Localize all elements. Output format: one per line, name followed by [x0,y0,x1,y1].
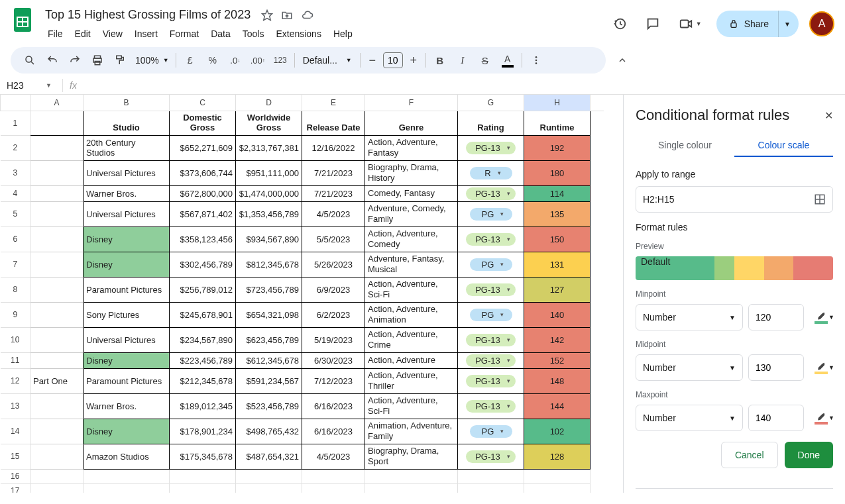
header-cell[interactable]: Rating [458,111,524,135]
cell[interactable]: 4/5/2023 [302,201,365,227]
cell[interactable] [30,160,84,185]
cell[interactable]: $358,123,456 [170,227,236,252]
share-dropdown[interactable]: ▼ [778,11,799,37]
cell[interactable]: $523,456,789 [236,393,302,419]
cell[interactable]: 6/2/2023 [302,302,365,327]
rating-chip[interactable]: PG [470,425,512,438]
share-button[interactable]: Share ▼ [716,11,799,37]
rating-chip[interactable]: PG-13 [466,450,516,463]
cell[interactable] [30,252,84,277]
toolbar-collapse-icon[interactable] [612,50,632,70]
cell[interactable]: 6/16/2023 [302,393,365,419]
font-size-decrease[interactable]: − [365,52,380,68]
rating-chip[interactable]: PG-13 [466,187,516,200]
cell[interactable]: PG-13 [458,227,524,252]
more-formats-icon[interactable]: 123 [270,50,290,70]
meet-icon[interactable]: ▼ [675,13,706,35]
cell[interactable] [524,483,591,493]
cell[interactable] [170,469,236,483]
cell[interactable]: 7/21/2023 [302,185,365,201]
minpoint-type-select[interactable]: Number▼ [636,304,743,330]
cell[interactable] [458,483,524,493]
row-header-6[interactable]: 6 [1,227,30,252]
row-header-7[interactable]: 7 [1,252,30,277]
row-header-14[interactable]: 14 [1,419,30,444]
cell[interactable]: R [458,160,524,185]
cell[interactable] [30,393,84,419]
font-size-increase[interactable]: + [406,52,422,68]
cell[interactable]: 127 [524,277,591,302]
cell[interactable]: Adventure, Comedy, Family [365,201,458,227]
more-icon[interactable] [526,50,546,70]
cell[interactable]: 12/16/2022 [302,135,365,160]
cell[interactable]: 148 [524,368,591,393]
cell[interactable]: Warner Bros. [84,185,170,201]
cell[interactable]: $189,012,345 [170,393,236,419]
menu-edit[interactable]: Edit [70,26,96,42]
cell[interactable]: PG-13 [458,444,524,469]
cell[interactable]: 102 [524,419,591,444]
dec-increase-icon[interactable]: .00↑ [248,50,268,70]
print-icon[interactable] [87,50,107,70]
cell[interactable]: 4/5/2023 [302,444,365,469]
cell[interactable]: $302,456,789 [170,252,236,277]
cell[interactable]: PG-13 [458,135,524,160]
cell[interactable]: 150 [524,227,591,252]
menu-file[interactable]: File [42,26,68,42]
menu-format[interactable]: Format [164,26,204,42]
cell[interactable]: Disney [84,252,170,277]
rating-chip[interactable]: PG-13 [466,354,516,367]
cell[interactable]: Action, Adventure, Thriller [365,368,458,393]
rating-chip[interactable]: PG-13 [466,334,516,346]
menu-help[interactable]: Help [328,26,358,42]
cell[interactable]: PG-13 [458,393,524,419]
cell[interactable] [30,277,84,302]
minpoint-value-input[interactable] [748,304,804,330]
cell[interactable]: 114 [524,185,591,201]
cell[interactable]: 152 [524,352,591,368]
cell[interactable]: PG [458,419,524,444]
tab-single-colour[interactable]: Single colour [636,134,734,157]
cell[interactable]: Part One [30,368,84,393]
row-header-16[interactable]: 16 [1,469,30,483]
rating-chip[interactable]: PG-13 [466,142,516,154]
cell[interactable] [30,227,84,252]
cell[interactable]: Action, Adventure, Comedy [365,227,458,252]
row-header-17[interactable]: 17 [1,483,30,493]
col-header-G[interactable]: G [458,95,524,111]
minpoint-color-picker[interactable]: ▼ [809,311,833,324]
font-size-input[interactable] [383,52,403,68]
preview-bar[interactable]: Default [636,256,833,280]
cell[interactable]: PG-13 [458,352,524,368]
text-color-icon[interactable]: A [498,50,518,70]
header-cell[interactable]: DomesticGross [170,111,236,135]
cell[interactable] [365,483,458,493]
font-select[interactable]: Defaul...▼ [299,55,356,66]
rating-chip[interactable]: PG-13 [466,283,516,296]
menu-data[interactable]: Data [205,26,236,42]
cell[interactable]: $175,345,678 [170,444,236,469]
row-header-9[interactable]: 9 [1,302,30,327]
cell[interactable]: PG-13 [458,368,524,393]
cell[interactable]: $245,678,901 [170,302,236,327]
cell[interactable]: Amazon Studios [84,444,170,469]
paint-format-icon[interactable] [110,50,130,70]
cell[interactable]: 128 [524,444,591,469]
cell[interactable]: Sony Pictures [84,302,170,327]
cell[interactable] [170,483,236,493]
redo-icon[interactable] [65,50,85,70]
col-header-A[interactable]: A [30,95,84,111]
tab-colour-scale[interactable]: Colour scale [734,134,833,157]
cell[interactable]: Action, Adventure, Sci-Fi [365,277,458,302]
cell[interactable]: $567,871,402 [170,201,236,227]
col-header-C[interactable]: C [170,95,236,111]
rating-chip[interactable]: PG-13 [466,233,516,246]
cell[interactable] [302,483,365,493]
move-icon[interactable] [281,9,293,21]
row-header-11[interactable]: 11 [1,352,30,368]
cloud-icon[interactable] [301,9,314,21]
row-header-13[interactable]: 13 [1,393,30,419]
cell[interactable]: PG [458,201,524,227]
cell[interactable]: 5/5/2023 [302,227,365,252]
cell[interactable]: $2,313,767,381 [236,135,302,160]
